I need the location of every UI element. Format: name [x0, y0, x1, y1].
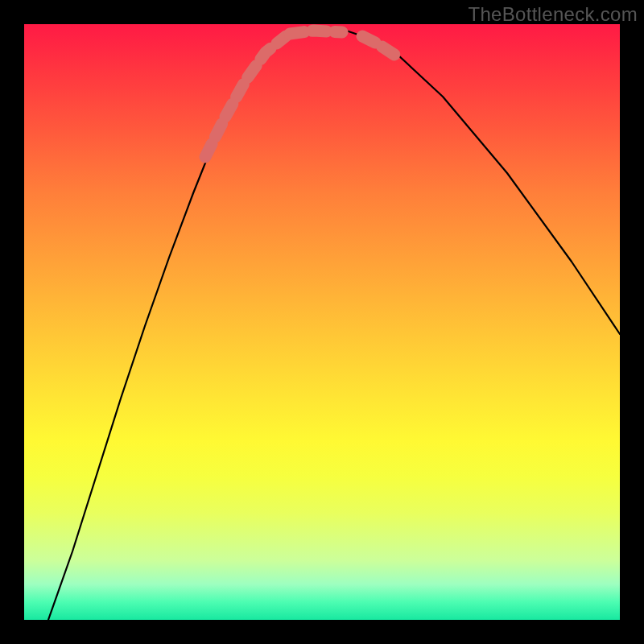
chart-frame: TheBottleneck.com — [0, 0, 644, 644]
curve-svg — [24, 24, 620, 620]
plot-area — [24, 24, 620, 620]
accent-segment-left — [205, 36, 286, 157]
watermark-text: TheBottleneck.com — [468, 3, 638, 26]
accent-segment-right — [362, 36, 394, 55]
bottleneck-curve — [48, 31, 620, 620]
accent-segment-bottom — [290, 31, 342, 34]
